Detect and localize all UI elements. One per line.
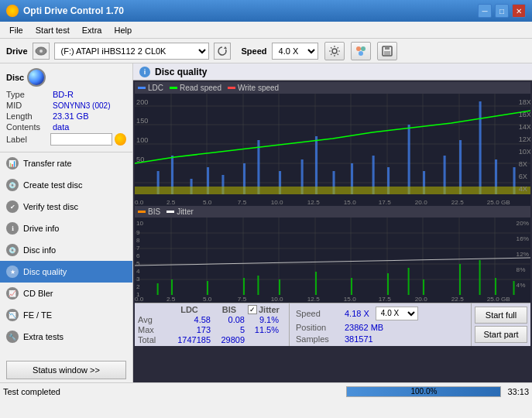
nav-items: 📊 Transfer rate 💿 Create test disc ✔ Ver… (0, 152, 132, 358)
svg-text:0.0: 0.0 (135, 199, 144, 206)
bottom-bar: Test completed 100.0% 33:13 (0, 382, 532, 399)
svg-rect-71 (135, 218, 530, 303)
menu-bar: File Start test Extra Help (0, 22, 532, 39)
start-part-button[interactable]: Start part (475, 326, 527, 343)
svg-rect-88 (207, 281, 208, 295)
svg-text:0.0: 0.0 (135, 296, 144, 303)
svg-text:12X: 12X (519, 135, 530, 143)
drive-icon-button[interactable] (33, 43, 50, 60)
sidebar-item-disc-info[interactable]: 💿 Disc info (0, 239, 132, 261)
svg-text:5.0: 5.0 (203, 199, 212, 206)
settings-button[interactable] (324, 42, 345, 60)
samples-value: 381571 (345, 334, 373, 344)
svg-text:25.0 GB: 25.0 GB (487, 296, 510, 303)
legend-jitter: Jitter (166, 207, 194, 216)
maximize-button[interactable]: □ (495, 4, 509, 18)
svg-rect-44 (479, 101, 482, 194)
disc-label-input[interactable] (50, 133, 112, 146)
svg-rect-87 (171, 279, 173, 295)
svg-text:5.0: 5.0 (203, 296, 212, 303)
svg-text:8X: 8X (519, 160, 527, 168)
disc-quality-header-icon: i (139, 67, 150, 77)
svg-rect-95 (408, 268, 410, 295)
svg-point-5 (361, 46, 366, 51)
menu-start-test[interactable]: Start test (29, 24, 76, 36)
svg-text:25.0 GB: 25.0 GB (487, 199, 510, 206)
app-icon (6, 5, 19, 17)
save-button[interactable] (377, 42, 397, 60)
disc-icon (27, 68, 46, 87)
bis-dot (138, 211, 146, 213)
svg-text:10X: 10X (519, 148, 530, 156)
sidebar-item-fe-te[interactable]: 📉 FE / TE (0, 304, 132, 326)
avg-ldc: 4.58 (168, 315, 211, 324)
minimize-button[interactable]: ─ (478, 4, 492, 18)
svg-text:5: 5 (136, 260, 140, 267)
menu-extra[interactable]: Extra (76, 24, 108, 36)
jitter-checkbox[interactable]: ✓ (248, 305, 257, 314)
svg-rect-91 (279, 279, 280, 295)
refresh-drive-button[interactable] (214, 43, 231, 60)
svg-rect-32 (257, 140, 259, 194)
ldc-header: LDC (168, 305, 211, 314)
sidebar-item-drive-info[interactable]: ℹ Drive info (0, 218, 132, 239)
svg-rect-93 (351, 278, 352, 295)
drive-label: Drive (6, 46, 28, 56)
svg-rect-40 (408, 125, 410, 194)
read-speed-dot (170, 87, 177, 89)
legend-bis: BIS (138, 207, 160, 216)
svg-text:200: 200 (136, 98, 148, 106)
speed-stat-selector[interactable]: 4.0 X (376, 307, 418, 320)
svg-point-4 (356, 46, 361, 51)
color-button[interactable] (351, 42, 371, 60)
svg-rect-97 (459, 264, 461, 295)
contents-label: Contents (6, 122, 53, 132)
menu-file[interactable]: File (3, 24, 29, 36)
svg-text:2.5: 2.5 (166, 199, 176, 206)
svg-point-1 (39, 50, 43, 53)
speed-label: Speed (242, 46, 267, 56)
legend-write-speed: Write speed (228, 84, 279, 92)
close-button[interactable]: ✕ (512, 4, 526, 18)
speed-selector[interactable]: 4.0 X 1.0 X 2.0 X 8.0 X MAX (272, 43, 318, 60)
jitter-header: Jitter (259, 305, 280, 314)
right-panel: i Disc quality LDC Read speed Write spee… (133, 63, 532, 382)
svg-rect-98 (479, 260, 481, 295)
max-ldc: 173 (168, 325, 211, 334)
sidebar-item-disc-quality[interactable]: ★ Disc quality (0, 261, 132, 283)
svg-text:15.0: 15.0 (344, 296, 356, 303)
svg-text:9: 9 (136, 229, 140, 236)
progress-bar-container: 100.0% (346, 386, 501, 397)
svg-point-6 (359, 51, 363, 56)
disc-quality-title: Disc quality (155, 67, 207, 77)
svg-text:50: 50 (136, 156, 144, 163)
drive-selector[interactable]: (F:) ATAPI iHBS112 2 CL0K (54, 43, 209, 60)
svg-text:17.5: 17.5 (379, 296, 391, 303)
menu-help[interactable]: Help (108, 24, 138, 36)
sidebar-item-verify-test-disc[interactable]: ✔ Verify test disc (0, 196, 132, 218)
sidebar-item-transfer-rate[interactable]: 📊 Transfer rate (0, 152, 132, 174)
stats-bar: LDC BIS ✓ Jitter Avg 4.58 0.08 9.1% (135, 303, 530, 346)
disc-info-icon: 💿 (6, 244, 19, 256)
svg-text:6X: 6X (519, 173, 527, 180)
start-full-button[interactable]: Start full (475, 307, 527, 324)
cd-bler-icon: 📈 (6, 287, 19, 300)
sidebar-item-extra-tests[interactable]: 🔧 Extra tests (0, 326, 132, 348)
fe-te-icon: 📉 (6, 309, 19, 321)
svg-text:6: 6 (136, 252, 140, 259)
svg-rect-89 (243, 278, 245, 295)
svg-text:7.5: 7.5 (238, 199, 247, 206)
drive-bar: Drive (F:) ATAPI iHBS112 2 CL0K Speed 4.… (0, 39, 532, 63)
create-test-disc-icon: 💿 (6, 179, 19, 191)
svg-rect-86 (157, 283, 159, 295)
sidebar-item-cd-bler[interactable]: 📈 CD Bler (0, 283, 132, 304)
length-label: Length (6, 111, 53, 121)
app-title: Opti Drive Control 1.70 (23, 5, 124, 16)
speed-stat-label: Speed (296, 309, 338, 318)
svg-rect-100 (513, 281, 515, 295)
status-window-button[interactable]: Status window >> (6, 361, 126, 379)
svg-text:150: 150 (136, 117, 148, 125)
sidebar-item-create-test-disc[interactable]: 💿 Create test disc (0, 174, 132, 196)
svg-text:3: 3 (136, 276, 140, 283)
window-controls: ─ □ ✕ (478, 4, 526, 18)
